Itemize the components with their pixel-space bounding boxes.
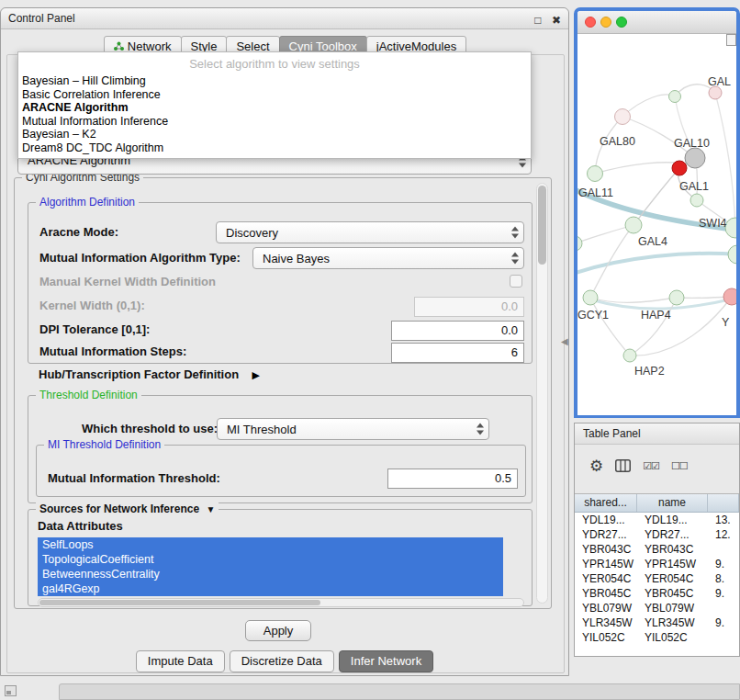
cell[interactable]: YIL052C	[637, 630, 708, 645]
cell[interactable]: YPR145W	[575, 557, 637, 571]
dropdown-item[interactable]: Bayesian – K2	[18, 128, 531, 141]
window-title: Control Panel	[8, 12, 75, 25]
table-row[interactable]: YER054C YER054C 8.	[575, 571, 739, 586]
cell[interactable]: YBR043C	[575, 542, 637, 557]
table-row[interactable]: YBL079W YBL079W	[575, 601, 739, 615]
cell[interactable]: YBL079W	[637, 601, 708, 615]
column-header-shared-name[interactable]: shared...	[575, 494, 637, 512]
table-row[interactable]: YIL052C YIL052C	[575, 630, 739, 645]
cell[interactable]: YDR27...	[637, 527, 708, 542]
hub-section-toggle[interactable]: Hub/Transcription Factor Definition ▶	[39, 366, 260, 382]
columns-icon[interactable]	[615, 459, 631, 472]
table-row[interactable]: YBR043C YBR043C	[575, 542, 739, 557]
node-pink-right[interactable]	[723, 288, 736, 305]
cell[interactable]: YPR145W	[637, 557, 708, 571]
panel-collapse-icon[interactable]: ◀	[561, 336, 568, 346]
table-row[interactable]: YLR345W YLR345W 9.	[575, 615, 739, 630]
cell[interactable]: YER054C	[575, 571, 637, 586]
table-row[interactable]: YDL19... YDL19... 13.	[575, 513, 739, 527]
table-row[interactable]: YDR27... YDR27... 12.	[575, 527, 739, 542]
cell[interactable]: YLR345W	[637, 615, 708, 630]
cell[interactable]: 12.	[708, 527, 739, 542]
tab-discretize-data[interactable]: Discretize Data	[230, 650, 334, 672]
apply-button[interactable]: Apply	[245, 620, 311, 641]
node-gal4[interactable]	[625, 217, 642, 233]
network-window-titlebar[interactable]	[577, 11, 736, 34]
list-item[interactable]: SelfLoops	[38, 537, 503, 552]
zoom-traffic-light[interactable]	[616, 17, 627, 28]
minimize-traffic-light[interactable]	[600, 17, 611, 28]
dropdown-item[interactable]: Mutual Information Inference	[18, 115, 531, 129]
mi-steps-field[interactable]: 6	[391, 343, 524, 363]
node-selected-red[interactable]	[672, 161, 687, 175]
cell[interactable]: YLR345W	[575, 615, 637, 630]
node-gal1[interactable]	[690, 194, 703, 207]
cell[interactable]: YBR045C	[637, 586, 708, 601]
tab-impute-data[interactable]: Impute Data	[136, 650, 225, 672]
select-all-icon[interactable]: ☑☑	[643, 460, 659, 472]
scrollbar-thumb[interactable]	[538, 186, 546, 265]
cell[interactable]: 9.	[708, 557, 739, 571]
close-icon[interactable]: ✖	[552, 14, 561, 27]
dropdown-item[interactable]: Dream8 DC_TDC Algorithm	[18, 141, 531, 155]
aracne-mode-select[interactable]: Discovery	[216, 221, 524, 243]
cell[interactable]	[708, 630, 739, 645]
node-small-green-top[interactable]	[669, 91, 681, 103]
cell[interactable]: YBL079W	[575, 601, 637, 615]
kernel-width-field[interactable]: 0.0	[414, 297, 524, 317]
mi-threshold-field[interactable]: 0.5	[387, 469, 518, 489]
node-swi4[interactable]	[725, 218, 736, 238]
table-panel-titlebar[interactable]: Table Panel	[575, 423, 739, 445]
cell[interactable]: YBR045C	[575, 586, 637, 601]
node-gal80[interactable]	[615, 109, 631, 125]
table-row[interactable]: YPR145W YPR145W 9.	[575, 557, 739, 571]
network-overview-box[interactable]	[726, 34, 736, 46]
float-window-icon[interactable]: □	[534, 14, 541, 27]
dropdown-item-selected[interactable]: ARACNE Algorithm	[18, 101, 531, 115]
status-bar-icon[interactable]	[5, 685, 17, 696]
cell[interactable]: YER054C	[637, 571, 708, 586]
cell[interactable]	[708, 542, 739, 557]
column-header-name[interactable]: name	[637, 494, 708, 512]
cell[interactable]: YDR27...	[575, 527, 637, 542]
data-attributes-list[interactable]: SelfLoops TopologicalCoefficient Between…	[38, 537, 503, 596]
manual-kernel-checkbox[interactable]	[510, 275, 522, 288]
sources-title-toggle[interactable]: Sources for Network Inference ▼	[36, 502, 219, 516]
settings-vertical-scrollbar[interactable]	[536, 183, 548, 604]
list-item[interactable]: gal4RGexp	[38, 581, 503, 596]
list-item[interactable]: TopologicalCoefficient	[38, 552, 503, 567]
control-panel-titlebar[interactable]: Control Panel □ ✖	[1, 8, 568, 29]
cell[interactable]: 13.	[708, 513, 739, 527]
node-left-edge[interactable]	[577, 236, 582, 251]
node-gcy1[interactable]	[583, 290, 598, 305]
dpi-tolerance-field[interactable]: 0.0	[391, 321, 524, 341]
close-traffic-light[interactable]	[585, 17, 596, 28]
node-right-edge[interactable]	[728, 245, 736, 264]
table-row[interactable]: YBR045C YBR045C 9.	[575, 586, 739, 601]
tab-infer-network[interactable]: Infer Network	[339, 650, 433, 672]
gear-icon[interactable]: ⚙	[589, 458, 603, 474]
node-hap2[interactable]	[623, 349, 636, 362]
node-gal10[interactable]	[685, 148, 705, 168]
cell[interactable]: 9.	[708, 586, 739, 601]
scrollbar-thumb[interactable]	[39, 600, 320, 605]
cell[interactable]: 8.	[708, 571, 739, 586]
network-canvas[interactable]: GAL GAL80 GAL10 GAL11 GAL1 SWI4 GAL4 GCY…	[577, 34, 736, 415]
list-horizontal-scrollbar[interactable]	[38, 598, 524, 607]
cell[interactable]: YDL19...	[637, 513, 708, 527]
cell[interactable]	[708, 601, 739, 615]
node-gal-top[interactable]	[709, 86, 722, 99]
cell[interactable]: 9.	[708, 615, 739, 630]
node-gal11[interactable]	[588, 166, 603, 182]
which-threshold-select[interactable]: MI Threshold	[217, 418, 489, 440]
mi-algorithm-type-select[interactable]: Naive Bayes	[252, 247, 524, 269]
deselect-all-icon[interactable]: ☐☐	[671, 460, 688, 472]
dropdown-item[interactable]: Bayesian – Hill Climbing	[18, 74, 531, 88]
cell[interactable]: YBR043C	[637, 542, 708, 557]
node-hap4[interactable]	[669, 290, 684, 305]
dropdown-item[interactable]: Basic Correlation Inference	[18, 88, 531, 102]
cell[interactable]: YDL19...	[575, 513, 637, 527]
list-item[interactable]: BetweennessCentrality	[38, 567, 503, 581]
cell[interactable]: YIL052C	[575, 630, 637, 645]
column-header-clipped[interactable]	[708, 494, 739, 512]
